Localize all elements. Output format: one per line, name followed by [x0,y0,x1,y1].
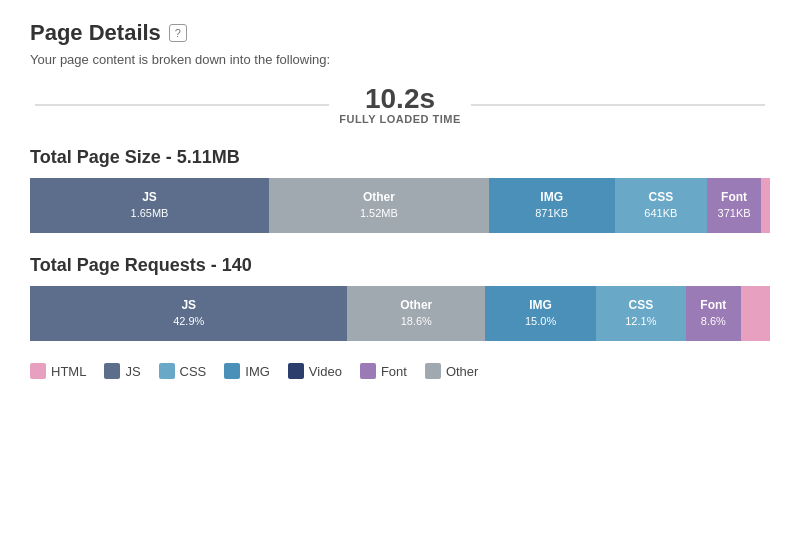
timeline-section: 10.2s Fully Loaded Time [30,85,770,125]
timeline-label: Fully Loaded Time [339,113,461,125]
legend-swatch-js [104,363,120,379]
legend-label-font: Font [381,364,407,379]
timeline-line-left [35,104,329,106]
requests-bar-segment-img: IMG15.0% [485,286,596,341]
legend-swatch-font [360,363,376,379]
legend-swatch-html [30,363,46,379]
size-bar-segment-css: CSS641KB [615,178,708,233]
seg-value: 641KB [644,206,677,221]
legend-swatch-video [288,363,304,379]
seg-label: CSS [648,189,673,206]
requests-bar-segment-css: CSS12.1% [596,286,686,341]
seg-value: 42.9% [173,314,204,329]
seg-value: 12.1% [625,314,656,329]
size-bar-segment-other: Other1.52MB [269,178,489,233]
size-bar-segment-font: Font371KB [707,178,761,233]
seg-value: 1.65MB [131,206,169,221]
subtitle: Your page content is broken down into th… [30,52,770,67]
seg-label: Other [363,189,395,206]
requests-bar-segment-other: Other18.6% [347,286,485,341]
seg-label: IMG [540,189,563,206]
legend-label-js: JS [125,364,140,379]
requests-bar-segment-font: Font8.6% [686,286,742,341]
size-section-title: Total Page Size - 5.11MB [30,147,770,168]
seg-label: IMG [529,297,552,314]
legend-item-video: Video [288,363,342,379]
seg-label: Font [721,189,747,206]
timeline-value: 10.2s [365,85,435,113]
size-bar-chart: JS1.65MBOther1.52MBIMG871KBCSS641KBFont3… [30,178,770,233]
legend-item-js: JS [104,363,140,379]
legend-swatch-css [159,363,175,379]
timeline-line-right [471,104,765,106]
legend-item-css: CSS [159,363,207,379]
seg-label: CSS [629,297,654,314]
seg-label: Other [400,297,432,314]
page-title: Page Details [30,20,161,46]
legend-item-img: IMG [224,363,270,379]
legend-swatch-other [425,363,441,379]
legend-label-img: IMG [245,364,270,379]
size-bar-segment-img: IMG871KB [489,178,615,233]
seg-label: Font [700,297,726,314]
legend: HTMLJSCSSIMGVideoFontOther [30,363,770,379]
requests-bar-chart: JS42.9%Other18.6%IMG15.0%CSS12.1%Font8.6… [30,286,770,341]
legend-label-other: Other [446,364,479,379]
size-bar-segment-js: JS1.65MB [30,178,269,233]
legend-label-video: Video [309,364,342,379]
seg-value: 371KB [718,206,751,221]
seg-value: 1.52MB [360,206,398,221]
seg-value: 8.6% [701,314,726,329]
seg-label: JS [181,297,196,314]
help-badge[interactable]: ? [169,24,187,42]
seg-value: 15.0% [525,314,556,329]
seg-value: 18.6% [401,314,432,329]
timeline-center: 10.2s Fully Loaded Time [339,85,461,125]
seg-label: JS [142,189,157,206]
legend-swatch-img [224,363,240,379]
requests-bar-segment-js: JS42.9% [30,286,347,341]
requests-section-title: Total Page Requests - 140 [30,255,770,276]
requests-bar-segment-html [741,286,770,341]
page-title-row: Page Details ? [30,20,770,46]
legend-item-other: Other [425,363,479,379]
size-bar-segment-html [761,178,770,233]
legend-item-font: Font [360,363,407,379]
legend-label-css: CSS [180,364,207,379]
legend-label-html: HTML [51,364,86,379]
seg-value: 871KB [535,206,568,221]
legend-item-html: HTML [30,363,86,379]
